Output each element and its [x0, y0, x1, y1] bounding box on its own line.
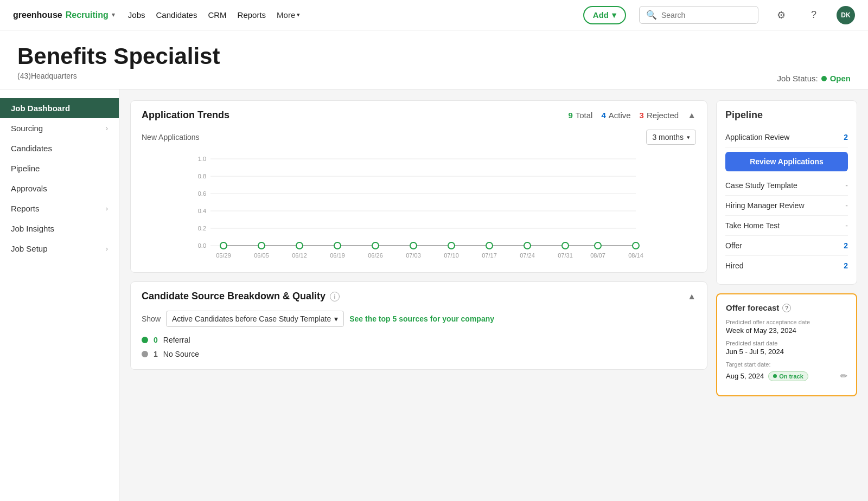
status-dot-icon [821, 76, 827, 81]
forecast-offer-acceptance: Predicted offer acceptance date Week of … [726, 319, 847, 335]
svg-text:07/31: 07/31 [558, 252, 573, 259]
search-box[interactable]: 🔍 [639, 6, 758, 24]
source-list: 0 Referral 1 No Source [142, 336, 696, 358]
forecast-title-text: Offer forecast [726, 303, 779, 312]
page-title: Benefits Specialist [17, 43, 851, 69]
svg-point-21 [562, 242, 569, 249]
chevron-right-icon: › [106, 245, 108, 253]
info-icon[interactable]: i [330, 292, 340, 301]
top-sources-link[interactable]: See the top 5 sources for your company [349, 314, 494, 323]
avatar[interactable]: DK [837, 6, 855, 24]
svg-point-14 [296, 242, 303, 249]
sidebar-item-job-setup[interactable]: Job Setup › [0, 239, 119, 259]
sidebar-item-label: Candidates [11, 144, 52, 153]
svg-text:06/12: 06/12 [292, 252, 307, 259]
pipeline-row-case-study: Case Study Template - [725, 176, 848, 196]
sidebar-item-approvals[interactable]: Approvals [0, 178, 119, 198]
forecast-question-icon[interactable]: ? [782, 304, 791, 312]
months-dropdown[interactable]: 3 months ▾ [646, 130, 696, 145]
card-stats: 9 Total 4 Active 3 Rejected ▲ [568, 111, 696, 120]
sidebar-item-candidates[interactable]: Candidates [0, 138, 119, 158]
sidebar-item-pipeline[interactable]: Pipeline [0, 158, 119, 178]
pipeline-row-dash: - [845, 221, 848, 230]
svg-text:0.2: 0.2 [198, 225, 206, 232]
sidebar-item-job-dashboard[interactable]: Job Dashboard [0, 98, 119, 118]
sidebar-item-label: Sourcing [11, 124, 43, 133]
card-header: Application Trends 9 Total 4 Active [131, 101, 707, 130]
chevron-right-icon: › [106, 125, 108, 132]
active-stat: 4 Active [601, 111, 630, 120]
total-label: Total [576, 111, 593, 120]
sidebar-item-job-insights[interactable]: Job Insights [0, 219, 119, 239]
sidebar-item-sourcing[interactable]: Sourcing › [0, 118, 119, 138]
pipeline-row-take-home: Take Home Test - [725, 216, 848, 236]
forecast-target-start: Target start date: Aug 5, 2024 On track … [726, 361, 847, 381]
sidebar-item-label: Job Setup [11, 244, 48, 253]
source-referral-name: Referral [163, 336, 190, 344]
svg-text:06/26: 06/26 [368, 252, 383, 259]
pipeline-row-label: Take Home Test [725, 221, 780, 230]
chart-controls: New Applications 3 months ▾ [142, 130, 696, 145]
svg-text:06/19: 06/19 [330, 252, 345, 259]
svg-text:07/24: 07/24 [520, 252, 535, 259]
application-trends-card: Application Trends 9 Total 4 Active [130, 100, 707, 273]
on-track-badge: On track [768, 371, 808, 381]
svg-text:07/10: 07/10 [444, 252, 459, 259]
forecast-title: Offer forecast ? [726, 303, 847, 312]
settings-button[interactable]: ⚙ [771, 5, 791, 25]
forecast-start-val: Jun 5 - Jul 5, 2024 [726, 348, 847, 356]
pipeline-row-label: Offer [725, 241, 742, 250]
svg-text:1.0: 1.0 [198, 156, 206, 162]
sidebar-item-reports[interactable]: Reports › [0, 198, 119, 219]
rejected-label: Rejected [647, 111, 679, 120]
nav-crm[interactable]: CRM [208, 10, 226, 20]
on-track-label: On track [779, 373, 803, 380]
source-controls: Show Active Candidates before Case Study… [142, 311, 696, 327]
edit-icon[interactable]: ✏ [840, 371, 847, 381]
svg-point-16 [372, 242, 379, 249]
pipeline-row-value[interactable]: 2 [844, 133, 848, 142]
svg-text:08/07: 08/07 [590, 252, 605, 259]
nav-more[interactable]: More ▾ [277, 10, 300, 20]
job-status-label: Job Status: [777, 74, 818, 83]
logo[interactable]: greenhouse Recruiting ▾ [13, 10, 115, 20]
source-breakdown-card: Candidate Source Breakdown & Quality i ▲… [130, 281, 707, 370]
active-label: Active [609, 111, 631, 120]
collapse-button[interactable]: ▲ [687, 111, 696, 120]
more-chevron-icon: ▾ [297, 11, 300, 18]
pipeline-row-label: Application Review [725, 133, 789, 142]
svg-point-13 [258, 242, 265, 249]
svg-text:0.6: 0.6 [198, 190, 206, 197]
source-dot-gray-icon [142, 351, 148, 357]
pipeline-row-hired: Hired 2 [725, 256, 848, 275]
svg-point-19 [486, 242, 493, 249]
chart-svg: 1.0 0.8 0.6 0.4 0.2 0.0 [142, 151, 696, 261]
total-number: 9 [568, 111, 572, 120]
sidebar-item-label: Reports [11, 204, 40, 213]
source-card-body: Show Active Candidates before Case Study… [131, 311, 707, 369]
job-status: Job Status: Open [777, 74, 851, 83]
nav-candidates[interactable]: Candidates [156, 10, 197, 20]
source-collapse-button[interactable]: ▲ [687, 292, 696, 301]
help-button[interactable]: ? [804, 5, 824, 25]
add-button[interactable]: Add ▾ [583, 6, 626, 24]
months-label: 3 months [652, 133, 684, 142]
gear-icon: ⚙ [777, 9, 786, 21]
pipeline-row-value[interactable]: 2 [844, 241, 848, 250]
pipeline-row-value[interactable]: 2 [844, 261, 848, 270]
search-input[interactable] [661, 11, 751, 20]
dropdown-chevron-icon: ▾ [687, 134, 690, 141]
pipeline-row-dash: - [845, 181, 848, 190]
source-select-dropdown[interactable]: Active Candidates before Case Study Temp… [166, 311, 344, 327]
nav-jobs[interactable]: Jobs [128, 10, 145, 20]
page-header: Benefits Specialist (43)Headquarters Job… [0, 30, 868, 89]
rejected-stat: 3 Rejected [640, 111, 679, 120]
svg-text:0.8: 0.8 [198, 173, 206, 179]
review-applications-button[interactable]: Review Applications [725, 152, 848, 171]
nav-reports[interactable]: Reports [238, 10, 266, 20]
rejected-number: 3 [640, 111, 644, 120]
pipeline-row-hiring-manager: Hiring Manager Review - [725, 196, 848, 216]
add-button-label: Add [593, 10, 609, 20]
source-referral-count: 0 [154, 336, 158, 344]
forecast-target-label: Target start date: [726, 361, 847, 368]
